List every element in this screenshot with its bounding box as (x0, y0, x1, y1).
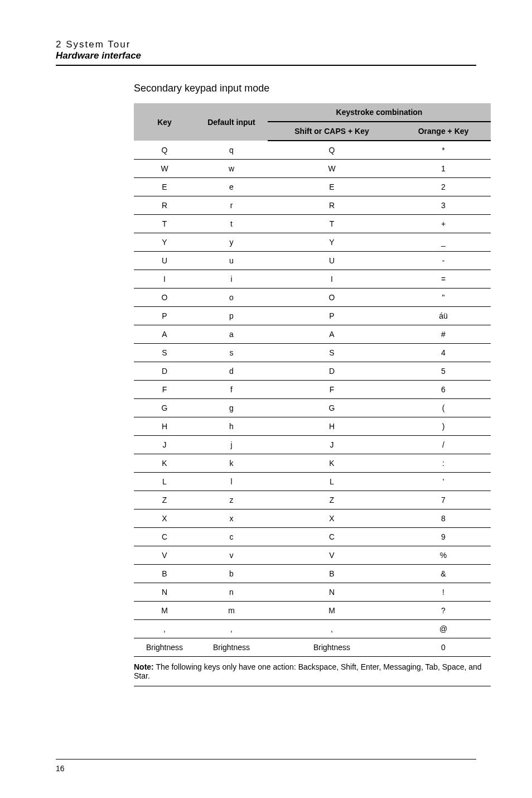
cell-shift: D (268, 362, 396, 381)
table-row: YyY_ (134, 233, 491, 252)
table-row: QqQ* (134, 141, 491, 160)
cell-default: g (195, 399, 268, 417)
note-label: Note: (134, 662, 154, 671)
cell-default: q (195, 141, 268, 160)
cell-orange: 5 (396, 362, 491, 381)
cell-orange: 4 (396, 344, 491, 362)
cell-default: , (195, 620, 268, 638)
cell-shift: F (268, 381, 396, 399)
cell-default: n (195, 583, 268, 602)
cell-key: N (134, 583, 195, 602)
cell-key: U (134, 252, 195, 270)
cell-default: c (195, 528, 268, 546)
page: 2 System Tour Hardware interface Seconda… (0, 0, 532, 798)
cell-default: b (195, 565, 268, 583)
cell-orange: 2 (396, 178, 491, 196)
footer-rule (56, 759, 476, 759)
cell-shift: M (268, 602, 396, 620)
table-row: UuU- (134, 252, 491, 270)
cell-default: p (195, 307, 268, 325)
cell-key: V (134, 546, 195, 565)
cell-default: y (195, 233, 268, 252)
page-number: 16 (56, 764, 476, 773)
cell-orange: 7 (396, 491, 491, 509)
cell-default: k (195, 454, 268, 473)
cell-default: j (195, 436, 268, 454)
table-row: KkK: (134, 454, 491, 473)
table-row: ,,,@ (134, 620, 491, 638)
cell-orange: % (396, 546, 491, 565)
cell-shift: U (268, 252, 396, 270)
table-row: TtT+ (134, 215, 491, 233)
cell-key: , (134, 620, 195, 638)
cell-default: u (195, 252, 268, 270)
cell-key: S (134, 344, 195, 362)
cell-orange: @ (396, 620, 491, 638)
cell-orange: 9 (396, 528, 491, 546)
cell-default: z (195, 491, 268, 509)
table-row: DdD5 (134, 362, 491, 381)
cell-orange: & (396, 565, 491, 583)
table-row: GgG( (134, 399, 491, 417)
cell-default: w (195, 160, 268, 178)
subsection-label: Hardware interface (56, 50, 476, 61)
table-row: HhH) (134, 417, 491, 436)
table-row: RrR3 (134, 196, 491, 215)
cell-key: E (134, 178, 195, 196)
note: Note: The following keys only have one a… (134, 662, 491, 686)
cell-orange: = (396, 270, 491, 289)
cell-key: P (134, 307, 195, 325)
cell-orange: _ (396, 233, 491, 252)
table-row: CcC9 (134, 528, 491, 546)
cell-key: M (134, 602, 195, 620)
cell-shift: Brightness (268, 638, 396, 657)
cell-default: r (195, 196, 268, 215)
cell-shift: E (268, 178, 396, 196)
table-row: SsS4 (134, 344, 491, 362)
cell-shift: K (268, 454, 396, 473)
table-row: JjJ/ (134, 436, 491, 454)
cell-orange: 1 (396, 160, 491, 178)
cell-orange: áü (396, 307, 491, 325)
cell-orange: + (396, 215, 491, 233)
cell-orange: - (396, 252, 491, 270)
table-row: OoO" (134, 289, 491, 307)
cell-default: h (195, 417, 268, 436)
cell-shift: N (268, 583, 396, 602)
cell-shift: R (268, 196, 396, 215)
cell-shift: L (268, 473, 396, 491)
cell-key: G (134, 399, 195, 417)
table-row: BrightnessBrightnessBrightness0 (134, 638, 491, 657)
cell-default: m (195, 602, 268, 620)
cell-shift: A (268, 325, 396, 344)
cell-default: s (195, 344, 268, 362)
note-text: The following keys only have one action:… (134, 662, 482, 680)
table-row: AaA# (134, 325, 491, 344)
cell-orange: ! (396, 583, 491, 602)
cell-default: l (195, 473, 268, 491)
cell-key: A (134, 325, 195, 344)
cell-orange: ) (396, 417, 491, 436)
cell-key: Brightness (134, 638, 195, 657)
col-header-key: Key (134, 103, 195, 141)
cell-orange: : (396, 454, 491, 473)
cell-orange: 8 (396, 509, 491, 528)
cell-key: D (134, 362, 195, 381)
cell-key: I (134, 270, 195, 289)
cell-default: i (195, 270, 268, 289)
cell-shift: , (268, 620, 396, 638)
cell-key: Q (134, 141, 195, 160)
cell-default: x (195, 509, 268, 528)
cell-key: L (134, 473, 195, 491)
col-header-orange: Orange + Key (396, 122, 491, 141)
table-row: FfF6 (134, 381, 491, 399)
table-row: WwW1 (134, 160, 491, 178)
cell-shift: H (268, 417, 396, 436)
cell-key: B (134, 565, 195, 583)
cell-default: v (195, 546, 268, 565)
header-rule (56, 65, 476, 66)
cell-default: d (195, 362, 268, 381)
table-row: ZzZ7 (134, 491, 491, 509)
section-title: Secondary keypad input mode (134, 83, 476, 94)
cell-key: W (134, 160, 195, 178)
